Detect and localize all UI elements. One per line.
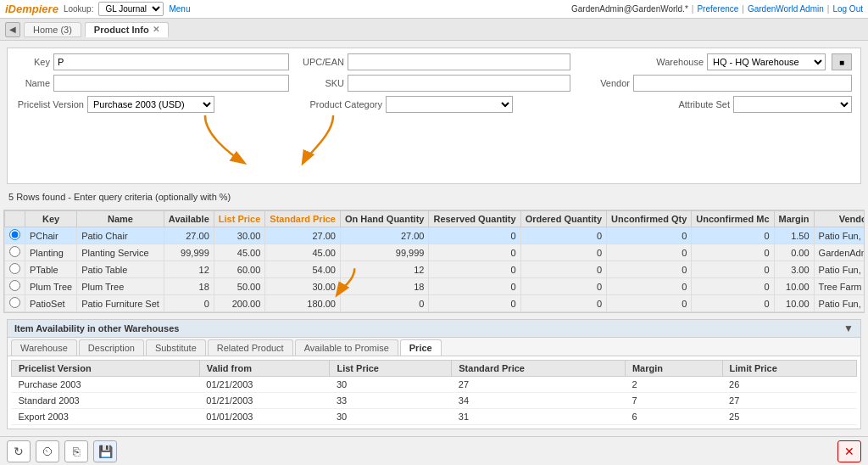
product-category-select[interactable] bbox=[386, 96, 513, 113]
price-col-standard: Standard Price bbox=[452, 361, 626, 377]
row-available-1: 99,999 bbox=[164, 244, 214, 261]
logout-link[interactable]: Log Out bbox=[832, 4, 863, 14]
table-row[interactable]: PChair Patio Chair 27.00 30.00 27.00 27.… bbox=[5, 227, 865, 244]
row-standard-price-0: 27.00 bbox=[265, 227, 341, 244]
row-reserved-3: 0 bbox=[429, 278, 520, 295]
preference-link[interactable]: Preference bbox=[697, 4, 738, 14]
price-table-row[interactable]: Standard 2003 01/21/2003 33 34 7 27 bbox=[12, 393, 857, 409]
price-limit-1: 27 bbox=[722, 393, 856, 409]
row-standard-price-1: 45.00 bbox=[265, 244, 341, 261]
price-table-row[interactable]: Purchase 2003 01/21/2003 30 27 2 26 bbox=[12, 377, 857, 393]
row-key-2: PTable bbox=[25, 261, 77, 278]
row-reserved-4: 0 bbox=[429, 295, 520, 312]
key-input[interactable] bbox=[53, 53, 289, 70]
row-vendor-4: Patio Fun, Inc. bbox=[814, 295, 865, 312]
row-list-price-2: 60.00 bbox=[214, 261, 265, 278]
col-on-hand[interactable]: On Hand Quantity bbox=[340, 211, 429, 227]
price-col-limit: Limit Price bbox=[722, 361, 856, 377]
row-ordered-3: 0 bbox=[520, 278, 606, 295]
price-col-margin: Margin bbox=[625, 361, 722, 377]
row-ordered-0: 0 bbox=[520, 227, 606, 244]
col-unconf-mc[interactable]: Unconfirmed Mc bbox=[692, 211, 774, 227]
row-on-hand-0: 27.00 bbox=[340, 227, 429, 244]
sub-tab-warehouse[interactable]: Warehouse bbox=[11, 339, 77, 356]
price-valid-from-1: 01/21/2003 bbox=[199, 393, 330, 409]
menu-link[interactable]: Menu bbox=[169, 4, 190, 14]
table-row[interactable]: Planting Planting Service 99,999 45.00 4… bbox=[5, 244, 865, 261]
sub-tab-description[interactable]: Description bbox=[79, 339, 144, 356]
price-standard-1: 34 bbox=[452, 393, 626, 409]
name-input[interactable] bbox=[53, 75, 289, 92]
refresh-btn[interactable]: ↻ bbox=[7, 440, 31, 462]
upcean-input[interactable] bbox=[348, 53, 570, 70]
col-available[interactable]: Available bbox=[164, 211, 214, 227]
price-table-body: Purchase 2003 01/21/2003 30 27 2 26 Stan… bbox=[12, 377, 857, 425]
price-table: Pricelist Version Valid from List Price … bbox=[11, 360, 857, 425]
copy-btn[interactable]: ⎘ bbox=[64, 440, 88, 462]
row-radio-0[interactable] bbox=[5, 227, 25, 244]
row-radio-4[interactable] bbox=[5, 295, 25, 312]
warehouse-action-btn[interactable]: ■ bbox=[832, 53, 852, 70]
row-unconf-mc-0: 0 bbox=[692, 227, 774, 244]
col-vendor[interactable]: Vendor bbox=[814, 211, 865, 227]
table-row[interactable]: PTable Patio Table 12 60.00 54.00 12 0 0… bbox=[5, 261, 865, 278]
product-category-label: Product Category bbox=[298, 99, 382, 109]
price-limit-2: 25 bbox=[722, 409, 856, 425]
row-margin-0: 1.50 bbox=[774, 227, 814, 244]
table-row[interactable]: Plum Tree Plum Tree 18 50.00 30.00 18 0 … bbox=[5, 278, 865, 295]
warehouse-select[interactable]: HQ - HQ Warehouse bbox=[707, 53, 826, 70]
row-radio-3[interactable] bbox=[5, 278, 25, 295]
price-col-valid-from: Valid from bbox=[199, 361, 330, 377]
col-reserved[interactable]: Reserved Quantity bbox=[429, 211, 520, 227]
sku-input[interactable] bbox=[348, 75, 570, 92]
price-list-1: 33 bbox=[330, 393, 452, 409]
gardenworld-link[interactable]: GardenWorld Admin bbox=[748, 4, 824, 14]
col-standard-price[interactable]: Standard Price bbox=[265, 211, 341, 227]
price-list-2: 30 bbox=[330, 409, 452, 425]
row-radio-1[interactable] bbox=[5, 244, 25, 261]
panel-toggle-btn[interactable]: ▼ bbox=[843, 322, 854, 334]
lookup-select[interactable]: GL Journal bbox=[98, 2, 164, 16]
history-btn[interactable]: ⏲ bbox=[36, 440, 59, 462]
warehouse-label: Warehouse bbox=[653, 57, 704, 67]
row-on-hand-1: 99,999 bbox=[340, 244, 429, 261]
vendor-label: Vendor bbox=[579, 78, 630, 88]
row-reserved-2: 0 bbox=[429, 261, 520, 278]
col-unconf-qty[interactable]: Unconfirmed Qty bbox=[607, 211, 692, 227]
tab-bar: ◀ Home (3) Product Info ✕ bbox=[0, 19, 868, 41]
data-table-container[interactable]: Key Name Available List Price Standard P… bbox=[3, 210, 865, 313]
pricelist-select[interactable]: Purchase 2003 (USD) bbox=[87, 96, 214, 113]
col-ordered[interactable]: Ordered Quantity bbox=[520, 211, 606, 227]
top-bar-right: GardenAdmin@GardenWorld.* | Preference |… bbox=[571, 4, 863, 14]
sub-tab-price[interactable]: Price bbox=[400, 339, 442, 356]
attribute-set-select[interactable] bbox=[733, 96, 852, 113]
bottom-panel: Item Availability in other Warehouses ▼ … bbox=[7, 319, 861, 429]
row-list-price-3: 50.00 bbox=[214, 278, 265, 295]
price-col-list: List Price bbox=[330, 361, 452, 377]
vendor-input[interactable] bbox=[633, 75, 852, 92]
price-col-pricelist: Pricelist Version bbox=[12, 361, 200, 377]
col-name[interactable]: Name bbox=[77, 211, 164, 227]
col-select bbox=[5, 211, 25, 227]
nav-back-btn[interactable]: ◀ bbox=[5, 22, 20, 37]
vendor-row: Vendor bbox=[579, 75, 852, 92]
sub-tab-related-product[interactable]: Related Product bbox=[208, 339, 293, 356]
row-radio-2[interactable] bbox=[5, 261, 25, 278]
price-pricelist-2: Export 2003 bbox=[12, 409, 200, 425]
price-table-row[interactable]: Export 2003 01/01/2003 30 31 6 25 bbox=[12, 409, 857, 425]
col-list-price[interactable]: List Price bbox=[214, 211, 265, 227]
tab-home[interactable]: Home (3) bbox=[24, 22, 81, 37]
sub-tab-substitute[interactable]: Substitute bbox=[146, 339, 206, 356]
sub-tab-available-to-promise[interactable]: Available to Promise bbox=[295, 339, 398, 356]
tab-product-info[interactable]: Product Info ✕ bbox=[85, 22, 169, 37]
table-row[interactable]: PatioSet Patio Furniture Set 0 200.00 18… bbox=[5, 295, 865, 312]
price-list-0: 30 bbox=[330, 377, 452, 393]
save-btn[interactable]: 💾 bbox=[93, 440, 117, 462]
upcean-label: UPC/EAN bbox=[298, 57, 344, 67]
col-key[interactable]: Key bbox=[25, 211, 77, 227]
col-margin[interactable]: Margin bbox=[774, 211, 814, 227]
product-table: Key Name Available List Price Standard P… bbox=[4, 210, 865, 312]
tab-close-btn[interactable]: ✕ bbox=[153, 25, 159, 34]
row-ordered-1: 0 bbox=[520, 244, 606, 261]
close-btn[interactable]: ✕ bbox=[837, 440, 861, 462]
